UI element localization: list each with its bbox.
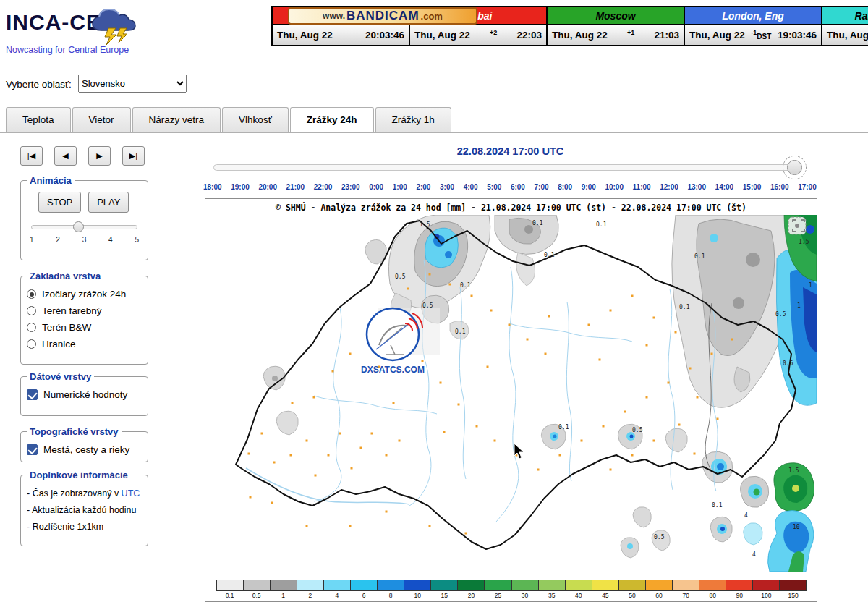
timeline-hour-label[interactable]: 22:00 [314, 183, 333, 191]
base-layer-option[interactable]: Izočiary zrážok 24h [27, 289, 142, 300]
radio-button[interactable] [27, 323, 36, 332]
topo-layer-option[interactable]: Mestá, cesty a rieky [27, 444, 142, 455]
tab[interactable]: Zrážky 1h [375, 107, 451, 132]
timeline-hour-label[interactable]: 5:00 [487, 183, 501, 191]
legend-swatch [217, 580, 244, 590]
base-layer-option[interactable]: Terén farebný [27, 305, 142, 316]
timeline-hour-label[interactable]: 14:00 [715, 183, 734, 191]
legend-swatch [431, 580, 458, 590]
svg-text:0.1: 0.1 [544, 252, 555, 258]
legend-label: 4 [323, 592, 350, 599]
legend-swatch [699, 580, 726, 590]
timeline-hour-label[interactable]: 10:00 [605, 183, 624, 191]
speed-tick-label: 4 [109, 236, 113, 244]
timeline-hour-label[interactable]: 13:00 [687, 183, 706, 191]
base-layer-option[interactable]: Hranice [27, 339, 142, 349]
data-layer-option[interactable]: Numerické hodnoty [27, 389, 142, 400]
timeline-hour-label[interactable]: 11:00 [633, 183, 651, 191]
timeline-hour-label[interactable]: 0:00 [369, 183, 383, 191]
timeline-hour-label[interactable]: 9:00 [582, 183, 596, 191]
info-line: - Aktualizácia každú hodinu [27, 505, 142, 515]
info-line: - Rozlíšenie 1x1km [27, 522, 142, 532]
tab[interactable]: Vietor [72, 107, 131, 132]
prev-frame-button[interactable]: ◀ [54, 146, 77, 166]
timeline-slider[interactable] [213, 164, 796, 171]
checkbox[interactable] [27, 444, 38, 455]
svg-text:0.1: 0.1 [532, 220, 543, 226]
info-legend: Doplnkové informácie [27, 470, 131, 480]
legend-label: 30 [511, 592, 538, 599]
timeline-hour-label[interactable]: 12:00 [660, 183, 678, 191]
tab-bar: Teplota Vietor Nárazy vetra Vlhkosť Zráž… [6, 107, 451, 132]
dxsatcs-watermark: DXSATCS.COM [361, 308, 440, 375]
map-canvas[interactable]: 1.50.50.10.50.10.10.10.10.10.10.510.51.5… [205, 215, 817, 572]
timeline-hour-label[interactable]: 2:00 [416, 183, 430, 191]
rivers [246, 260, 718, 522]
first-frame-button[interactable]: |◀ [20, 146, 43, 166]
precipitation-map[interactable]: © SHMÚ - Analýza zrážok za 24 hod [mm] -… [205, 198, 817, 602]
timeline-hour-label[interactable]: 19:00 [231, 183, 250, 191]
topo-layers-group: Topografické vrstvy Mestá, cesty a rieky [20, 426, 148, 462]
legend-swatch [485, 580, 511, 590]
last-frame-button[interactable]: ▶| [122, 146, 145, 166]
timeline-hour-label[interactable]: 7:00 [535, 183, 549, 191]
timeline-hour-label[interactable]: 21:00 [286, 183, 305, 191]
svg-text:1: 1 [809, 282, 812, 289]
timeline-hour-label[interactable]: 23:00 [341, 183, 360, 191]
play-button[interactable]: PLAY [88, 192, 129, 213]
timeline-hour-label[interactable]: 17:00 [798, 183, 817, 191]
legend-swatch [619, 580, 646, 590]
timeline-hour-label[interactable]: 3:00 [440, 183, 454, 191]
svg-text:0.5: 0.5 [783, 360, 793, 367]
stop-button[interactable]: STOP [38, 192, 81, 213]
clock-time-row: Thu, Aug 22 -1DST 19:03:46 [685, 25, 821, 45]
svg-text:0.1: 0.1 [460, 282, 471, 289]
timeline-hour-label[interactable]: 20:00 [258, 183, 277, 191]
legend-swatch [512, 580, 539, 590]
tab[interactable]: Zrážky 24h [290, 107, 374, 132]
checkbox[interactable] [27, 389, 38, 400]
timeline-hour-label[interactable]: 18:00 [203, 183, 222, 191]
radio-button[interactable] [27, 306, 36, 315]
legend-swatch [592, 580, 619, 590]
utc-link[interactable]: UTC [122, 488, 140, 499]
legend-label: 8 [378, 592, 404, 599]
map-capture-icon[interactable] [788, 217, 806, 234]
map-title: © SHMÚ - Analýza zrážok za 24 hod [mm] -… [205, 199, 817, 213]
svg-text:DXSATCS.COM: DXSATCS.COM [361, 365, 425, 375]
clock-time-row: Thu, Aug 22 +2 22:03 [410, 25, 546, 45]
timeline-hour-label[interactable]: 1:00 [393, 183, 407, 191]
timeline-hour-label[interactable]: 8:00 [558, 183, 572, 191]
timeline-hour-label[interactable]: 4:00 [464, 183, 478, 191]
radio-button[interactable] [27, 289, 36, 299]
speed-slider[interactable] [31, 221, 137, 233]
data-layers-group: Dátové vrstvy Numerické hodnoty [20, 371, 148, 416]
speed-slider-track[interactable] [31, 225, 137, 229]
timeline-hour-label[interactable]: 6:00 [511, 183, 525, 191]
speed-tick-label: 1 [30, 236, 34, 244]
timeline-slider-thumb[interactable] [787, 160, 802, 175]
animation-legend: Animácia [27, 175, 75, 186]
radio-button[interactable] [27, 339, 36, 349]
tab[interactable]: Vlhkosť [222, 107, 289, 132]
tab[interactable]: Teplota [6, 107, 71, 132]
legend-label: 20 [458, 592, 485, 599]
legend-label: 60 [646, 592, 673, 599]
base-layer-group: Základná vrstva Izočiary zrážok 24h Teré… [20, 271, 148, 365]
legend-label: 2 [297, 592, 323, 599]
topo-layers-legend: Topografické vrstvy [27, 426, 122, 437]
legend-swatch [404, 580, 431, 590]
precip-area-n [495, 215, 558, 286]
next-frame-button[interactable]: ▶ [88, 146, 111, 166]
svg-text:1.5: 1.5 [788, 467, 799, 474]
legend-label: 90 [726, 592, 753, 599]
timeline-hour-label[interactable]: 16:00 [770, 183, 789, 191]
timeline-hour-label[interactable]: 15:00 [743, 183, 762, 191]
svg-text:0.1: 0.1 [558, 424, 569, 430]
speed-slider-thumb[interactable] [73, 221, 84, 232]
region-select[interactable]: Slovensko [78, 75, 187, 93]
tab[interactable]: Nárazy vetra [132, 107, 221, 132]
base-layer-option[interactable]: Terén B&W [27, 322, 142, 333]
legend-swatch [297, 580, 324, 590]
base-layer-legend: Základná vrstva [27, 271, 103, 281]
